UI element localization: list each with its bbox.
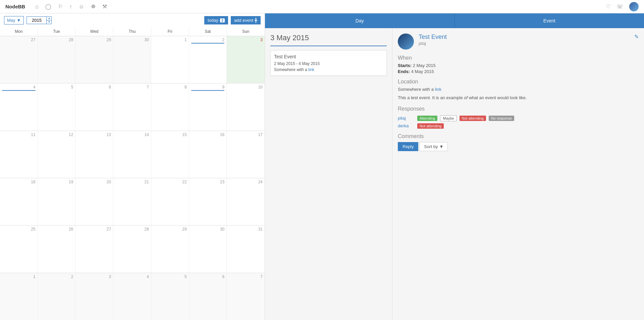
today-button[interactable]: today 3 [204, 16, 228, 24]
cal-day[interactable]: 5 [38, 83, 76, 130]
cal-day[interactable]: 6 [75, 83, 113, 130]
user-icon[interactable]: ☺ [79, 4, 84, 10]
day-number: 27 [77, 227, 111, 232]
cal-day[interactable]: 14 [113, 131, 151, 178]
cal-week: 4 5 6 7 8 9 10 [0, 83, 265, 131]
cal-day-today[interactable]: 3 [227, 36, 265, 83]
day-number: 12 [40, 132, 73, 137]
event-user[interactable]: pitaj [419, 41, 632, 46]
cal-day[interactable]: 2 [38, 273, 76, 320]
cal-day[interactable]: 10 [227, 83, 265, 130]
cal-day[interactable]: 1 [151, 36, 189, 83]
event-bar[interactable] [191, 90, 225, 91]
cal-day[interactable]: 30 [189, 226, 227, 272]
tab-day[interactable]: Day [265, 13, 455, 28]
day-number: 31 [229, 227, 263, 232]
response-user[interactable]: pitaj [398, 116, 415, 121]
year-down-button[interactable]: ▼ [47, 20, 51, 24]
chat-icon[interactable]: ☏ [616, 3, 623, 10]
not-attending-button[interactable]: Not attending [417, 123, 444, 129]
cal-day[interactable]: 4 [0, 83, 38, 130]
calendar-toolbar: May ▼ ▲ ▼ today 3 add event ╋ [0, 13, 265, 27]
users-icon[interactable]: ☸ [91, 3, 96, 10]
location-link[interactable]: link [435, 87, 442, 92]
cal-day[interactable]: 7 [227, 273, 265, 320]
day-number: 20 [77, 180, 111, 184]
home-icon[interactable]: ⌂ [35, 4, 39, 10]
maybe-button[interactable]: Maybe [440, 115, 457, 121]
cal-day[interactable]: 27 [0, 36, 38, 83]
today-label: today [208, 18, 218, 23]
tab-event-label: Event [543, 18, 555, 23]
gear-icon[interactable]: ⚒ [102, 3, 107, 10]
year-up-button[interactable]: ▲ [47, 17, 51, 20]
tab-event[interactable]: Event [455, 13, 644, 28]
add-event-button[interactable]: add event ╋ [231, 16, 261, 24]
cal-day[interactable]: 30 [113, 36, 151, 83]
cal-day[interactable]: 20 [75, 178, 113, 225]
cal-day[interactable]: 7 [113, 83, 151, 130]
not-attending-button[interactable]: Not attending [460, 116, 486, 121]
no-response-button[interactable]: No response [489, 116, 514, 121]
cal-day[interactable]: 3 [75, 273, 113, 320]
cal-day[interactable]: 9 [189, 83, 227, 130]
day-number: 4 [115, 274, 149, 279]
cal-day[interactable]: 2 [189, 36, 227, 83]
bell-icon[interactable]: ♡ [606, 3, 610, 10]
avatar[interactable] [629, 2, 639, 11]
cal-day[interactable]: 29 [75, 36, 113, 83]
cal-day[interactable]: 16 [189, 131, 227, 178]
cal-day[interactable]: 29 [151, 226, 189, 272]
cal-day[interactable]: 24 [227, 178, 265, 225]
col-wed: Wed [75, 27, 113, 36]
cal-day[interactable]: 26 [38, 226, 76, 272]
event-bar[interactable] [191, 43, 225, 44]
cal-day[interactable]: 17 [227, 131, 265, 178]
tag-icon[interactable]: ⚐ [58, 3, 63, 10]
topnav: NodeBB ⌂ ◯ ⚐ ↑ ☺ ☸ ⚒ ♡ ☏ [0, 0, 644, 13]
responses-heading: Responses [398, 106, 639, 112]
cal-day[interactable]: 12 [38, 131, 76, 178]
upload-icon[interactable]: ↑ [69, 4, 72, 10]
desc-text: This a test event. It is an example [398, 95, 464, 100]
cal-day[interactable]: 22 [151, 178, 189, 225]
cal-day[interactable]: 11 [0, 131, 38, 178]
cal-day[interactable]: 8 [151, 83, 189, 130]
cal-week: 25 26 27 28 29 30 31 [0, 226, 265, 273]
cal-day[interactable]: 27 [75, 226, 113, 272]
attending-button[interactable]: Attending [417, 116, 437, 121]
cal-day[interactable]: 4 [113, 273, 151, 320]
cal-day[interactable]: 21 [113, 178, 151, 225]
event-title-block: Test Event pitaj [419, 34, 632, 46]
day-number: 30 [191, 227, 225, 232]
cal-day[interactable]: 23 [189, 178, 227, 225]
comment-actions: Reply Sort by ▼ [398, 142, 639, 151]
cal-day[interactable]: 13 [75, 131, 113, 178]
cal-day[interactable]: 28 [113, 226, 151, 272]
clock-icon[interactable]: ◯ [45, 3, 51, 10]
cal-day[interactable]: 1 [0, 273, 38, 320]
day-event-card[interactable]: Test Event 2 May 2015 - 4 May 2015 Somew… [270, 50, 387, 76]
starts-value: 2 May 2015 [413, 63, 436, 68]
cal-day[interactable]: 6 [189, 273, 227, 320]
response-user[interactable]: derka [398, 123, 415, 128]
sortby-button[interactable]: Sort by ▼ [420, 142, 448, 151]
cal-day[interactable]: 15 [151, 131, 189, 178]
cal-day[interactable]: 18 [0, 178, 38, 225]
event-bar[interactable] [2, 90, 36, 91]
cal-day[interactable]: 28 [38, 36, 76, 83]
day-number: 3 [229, 38, 263, 42]
sortby-arrow-icon: ▼ [439, 144, 443, 149]
year-input[interactable] [26, 16, 47, 24]
cal-day[interactable]: 5 [151, 273, 189, 320]
cal-day[interactable]: 25 [0, 226, 38, 272]
desc-italic: of [464, 95, 468, 100]
location-link[interactable]: link [308, 67, 314, 72]
cal-day[interactable]: 31 [227, 226, 265, 272]
day-panel-date: 3 May 2015 [270, 34, 387, 46]
reply-button[interactable]: Reply [398, 142, 418, 151]
day-number: 26 [40, 227, 73, 232]
edit-icon[interactable]: ✎ [634, 34, 639, 40]
month-select[interactable]: May ▼ [4, 16, 24, 24]
cal-day[interactable]: 19 [38, 178, 76, 225]
